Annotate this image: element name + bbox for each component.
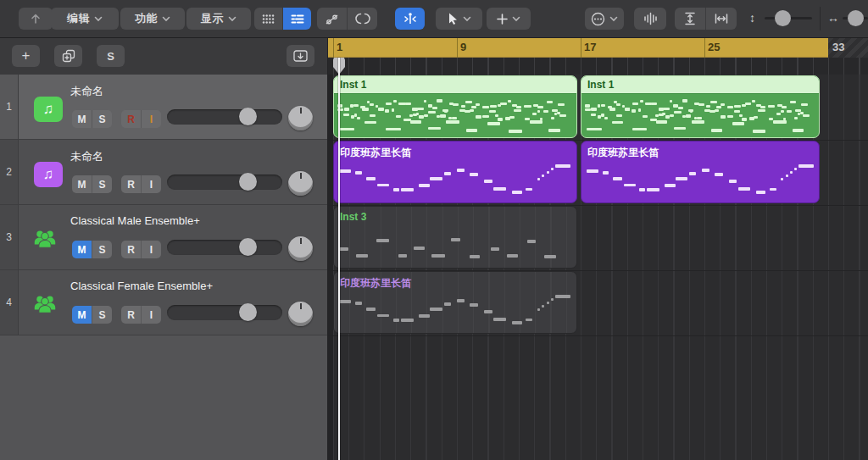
midi-note — [471, 106, 477, 108]
track-header-row[interactable]: 2♫未命名MSRI — [0, 140, 327, 205]
bar-ruler[interactable]: 19172533 Am-F-Dm-E7 — [327, 37, 868, 75]
automation-button[interactable] — [317, 8, 347, 30]
edit-menu-button[interactable]: 编辑 — [51, 8, 119, 30]
solo-button[interactable]: S — [92, 241, 112, 258]
tracks-view-button[interactable] — [282, 8, 311, 30]
track-lanes[interactable]: Inst 1Inst 1印度班苏里长笛印度班苏里长笛Inst 3印度班苏里长笛 — [327, 75, 868, 460]
ruler-bar-tick — [333, 37, 334, 58]
pan-knob[interactable] — [288, 106, 313, 130]
mute-solo-group: MS — [72, 175, 112, 193]
solo-button[interactable]: S — [92, 110, 112, 128]
midi-note — [551, 168, 554, 170]
vertical-auto-zoom-button[interactable] — [675, 8, 705, 30]
mute-button[interactable]: M — [72, 175, 92, 193]
volume-slider[interactable] — [167, 305, 282, 320]
record-enable-button[interactable]: R — [121, 306, 141, 324]
midi-region[interactable]: Inst 1 — [581, 75, 820, 138]
volume-slider-knob[interactable] — [239, 173, 257, 191]
record-enable-button[interactable]: R — [121, 241, 141, 258]
midi-note — [682, 99, 687, 102]
midi-note — [643, 115, 648, 118]
pan-knob[interactable] — [288, 302, 313, 326]
volume-slider[interactable] — [167, 175, 282, 190]
cycle-range-bar[interactable] — [327, 37, 828, 58]
midi-note — [786, 175, 788, 177]
catch-playhead-button[interactable] — [395, 8, 425, 30]
horizontal-zoom-slider-knob[interactable] — [848, 10, 864, 26]
midi-note — [509, 130, 522, 133]
vertical-zoom-icon: ↕ — [749, 11, 755, 25]
volume-slider[interactable] — [167, 109, 282, 125]
track-header-row[interactable]: 3Classical Male Ensemble+MSRI — [0, 205, 327, 270]
midi-note — [547, 101, 553, 103]
midi-note — [647, 188, 659, 191]
midi-note — [601, 104, 605, 107]
track-hide-button[interactable] — [287, 45, 314, 67]
pan-knob[interactable] — [288, 236, 313, 261]
input-monitor-button[interactable]: I — [141, 306, 161, 324]
volume-slider[interactable] — [167, 240, 282, 255]
midi-region[interactable]: 印度班苏里长笛 — [333, 271, 577, 334]
track-name[interactable]: 未命名 — [70, 149, 103, 164]
midi-note — [742, 118, 747, 120]
midi-note — [526, 319, 532, 322]
midi-note — [490, 105, 497, 108]
midi-note — [393, 319, 399, 322]
midi-region[interactable]: 印度班苏里长笛 — [581, 141, 820, 203]
midi-region[interactable]: Inst 3 — [333, 206, 577, 269]
solo-button[interactable]: S — [92, 175, 112, 193]
midi-note — [598, 104, 600, 107]
mute-button[interactable]: M — [72, 306, 92, 324]
record-enable-button[interactable]: R — [121, 175, 141, 193]
mute-button[interactable]: M — [72, 110, 92, 128]
stack-button[interactable]: S — [97, 45, 125, 67]
midi-note — [489, 110, 495, 113]
track-name[interactable]: Classical Female Ensemble+ — [70, 280, 213, 292]
add-track-label: + — [22, 47, 31, 64]
more-options-button[interactable] — [585, 8, 624, 30]
solo-button[interactable]: S — [92, 306, 112, 324]
track-name[interactable]: Classical Male Ensemble+ — [70, 214, 200, 227]
grid-view-button[interactable] — [254, 8, 282, 30]
midi-note — [727, 115, 733, 118]
automation-cycle-group — [317, 8, 377, 30]
track-header-row[interactable]: 4Classical Female Ensemble+MSRI — [0, 270, 327, 335]
secondary-tool-button[interactable] — [487, 8, 531, 30]
midi-note — [524, 105, 531, 108]
midi-region[interactable]: 印度班苏里长笛 — [333, 141, 577, 203]
midi-note — [616, 114, 623, 117]
pointer-tool-icon — [448, 12, 459, 25]
input-monitor-button[interactable]: I — [141, 241, 161, 258]
mute-button[interactable]: M — [72, 241, 92, 258]
playhead-line[interactable] — [338, 58, 340, 460]
plus-tool-icon — [497, 14, 508, 25]
midi-note — [702, 169, 709, 172]
waveform-zoom-button[interactable] — [634, 8, 666, 30]
track-name[interactable]: 未命名 — [70, 84, 103, 99]
view-menu-button[interactable]: 显示 — [186, 8, 251, 30]
midi-note — [362, 108, 368, 110]
pan-knob[interactable] — [288, 171, 313, 196]
volume-slider-knob[interactable] — [239, 108, 257, 125]
vertical-zoom-slider-knob[interactable] — [775, 10, 791, 26]
pointer-tool-button[interactable] — [436, 8, 482, 30]
functions-menu-button[interactable]: 功能 — [120, 8, 185, 30]
midi-note — [729, 180, 737, 183]
horizontal-auto-zoom-button[interactable] — [705, 8, 737, 30]
midi-note — [356, 254, 368, 258]
input-monitor-button[interactable]: I — [141, 175, 161, 193]
ruler-lower-strip[interactable]: Am-F-Dm-E7 — [327, 58, 868, 75]
volume-slider-knob[interactable] — [239, 238, 257, 256]
record-enable-button[interactable]: R — [121, 110, 141, 128]
input-monitor-button[interactable]: I — [141, 110, 161, 128]
vertical-auto-zoom-icon — [683, 12, 697, 25]
track-header-row[interactable]: 1♫未命名MSRI — [0, 75, 327, 140]
ensemble-icon — [31, 227, 59, 252]
duplicate-track-button[interactable] — [54, 45, 82, 67]
volume-slider-knob[interactable] — [239, 303, 257, 321]
cycle-button[interactable] — [347, 8, 377, 30]
midi-note — [493, 187, 506, 191]
midi-region[interactable]: Inst 1 — [333, 75, 577, 138]
back-arrow-button[interactable] — [19, 8, 53, 30]
add-track-button[interactable]: + — [12, 45, 40, 67]
